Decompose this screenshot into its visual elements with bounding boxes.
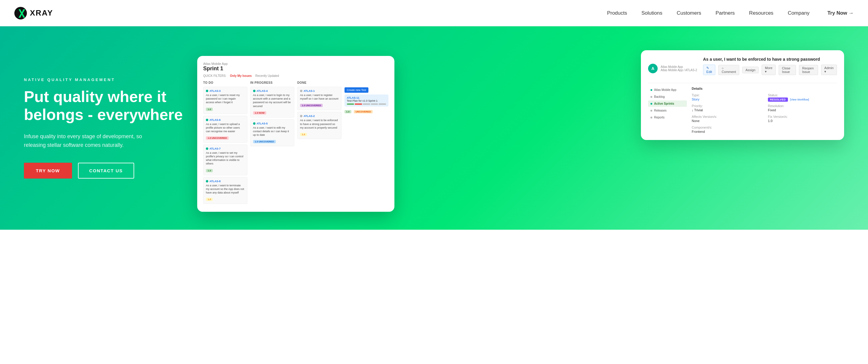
card-dot (300, 115, 302, 117)
extra-badge-2: UNCOVERED (354, 110, 373, 113)
sidebar-item-backlog[interactable]: Backlog (648, 94, 687, 100)
card-text: As a user, I want to register myself so … (300, 93, 339, 101)
hero-buttons: TRY NOW CONTACT US (24, 163, 185, 178)
card-badge: 1.0 (300, 133, 307, 136)
card-badge: 1.0 (206, 198, 213, 201)
nav-item-customers[interactable]: Customers (677, 10, 701, 16)
nav-link-products[interactable]: Products (607, 10, 627, 16)
nav-item-partners[interactable]: Partners (716, 10, 735, 16)
sidebar-item-reports[interactable]: Reports (648, 114, 687, 120)
breadcrumb-path: Atlas Mobile App / ATLAS-2 (661, 68, 697, 72)
filter-my-issues[interactable]: Only My Issues (230, 74, 252, 78)
card-badge: 1.0 (206, 108, 213, 111)
card-text: As a user, I want to upload a profile pi… (206, 122, 245, 133)
nav-links: Products Solutions Customers Partners Re… (607, 10, 810, 16)
hero-eyebrow: NATIVE QUALITY MANAGEMENT (24, 78, 185, 82)
more-button[interactable]: More ▾ (762, 65, 776, 75)
sidebar-item-active-sprints[interactable]: Active Sprints (648, 101, 687, 107)
status-detail: Status: RESOLVED [View Workflow] (768, 93, 837, 101)
nav-item-company[interactable]: Company (787, 10, 809, 16)
nav-link-solutions[interactable]: Solutions (642, 10, 662, 16)
test-column-header (344, 81, 389, 84)
kanban-test-column: Create new Test ATLAS-11 Test Plan for v… (344, 81, 389, 206)
comment-button[interactable]: ○ Comment (718, 65, 739, 75)
kanban-filters: QUICK FILTERS: Only My Issues Recently U… (203, 74, 389, 78)
try-now-button[interactable]: TRY NOW (24, 163, 72, 178)
card-atlas-7: ATLAS-7 As a user, I want to set my prof… (203, 144, 247, 175)
kanban-app-label: Atlas Mobile App (203, 62, 389, 65)
reopen-issue-button[interactable]: Reopen Issue (799, 65, 818, 75)
card-id: ATLAS-1 (304, 89, 315, 92)
kanban-sprint-title: Sprint 1 (203, 65, 389, 72)
card-badge: 1.0 (206, 169, 213, 172)
card-badge: 1.0 UNCOVERED (300, 104, 323, 107)
logo[interactable]: XRAY (14, 7, 53, 20)
sidebar-dot (650, 89, 652, 91)
issue-detail-card: A Atlas Mobile App Atlas Mobile App / AT… (641, 50, 844, 140)
navbar: XRAY Products Solutions Customers Partne… (0, 0, 868, 26)
nav-link-resources[interactable]: Resources (749, 10, 773, 16)
kanban-done-column: Done ATLAS-1 As a user, I want to regist… (297, 81, 342, 206)
card-badge: 1.0 UNCOVERED (253, 140, 276, 143)
issue-details: Details Type: Story Status: RESOLVED [Vi… (692, 87, 837, 133)
issue-body: Atlas Mobile App Backlog Active Sprints … (648, 87, 837, 133)
details-grid: Type: Story Status: RESOLVED [View Workf… (692, 93, 837, 133)
card-dot (300, 90, 302, 92)
card-badge: 1.0 NOW (253, 111, 267, 115)
card-id: ATLAS-4 (257, 89, 268, 92)
card-id: ATLAS-7 (210, 147, 220, 150)
edit-button[interactable]: ✎ Edit (703, 65, 715, 75)
admin-button[interactable]: Admin ▾ (821, 65, 837, 75)
hero-images: A Atlas Mobile App Atlas Mobile App / AT… (197, 44, 844, 212)
card-dot (206, 90, 208, 92)
test-plan-id: ATLAS-11 (347, 96, 386, 99)
card-id: ATLAS-6 (210, 118, 220, 121)
close-issue-button[interactable]: Close Issue (779, 65, 796, 75)
card-text: As a user, I want to edit my contact det… (253, 126, 292, 137)
card-text: As a user, I want to set my profile's pr… (206, 151, 245, 166)
test-plan-card: ATLAS-11 Test Plan for v1.0 Sprint 1 (344, 94, 389, 107)
sidebar-item-app[interactable]: Atlas Mobile App (648, 87, 687, 93)
inprogress-column-header: In Progress (250, 81, 294, 84)
atlas-app-icon: A (648, 64, 658, 73)
card-id: ATLAS-3 (210, 89, 220, 92)
card-text: As a user, I want to terminate my accoun… (206, 184, 245, 194)
assign-button[interactable]: Assign (742, 67, 758, 73)
hero-section: NATIVE QUALITY MANAGEMENT Put quality wh… (0, 26, 868, 230)
hero-headline: Put quality where it belongs - everywher… (24, 88, 185, 124)
sidebar-item-releases[interactable]: Releases (648, 107, 687, 114)
issue-sidebar: Atlas Mobile App Backlog Active Sprints … (648, 87, 687, 133)
view-workflow-link[interactable]: [View Workflow] (790, 98, 809, 101)
priority-detail: Priority: ↓ Trivial (692, 104, 761, 112)
card-dot (206, 119, 208, 121)
progress-seg-3 (363, 104, 370, 105)
nav-link-partners[interactable]: Partners (716, 10, 735, 16)
card-text: As a user, I want to be enforced to have… (300, 118, 339, 129)
nav-try-now-link[interactable]: Try Now → (827, 10, 854, 16)
card-atlas-4: ATLAS-4 As a user, I want to login to my… (250, 87, 294, 117)
card-atlas-8: ATLAS-8 As a user, I want to terminate m… (203, 177, 247, 204)
card-text: As a user, I want to reset my password s… (206, 93, 245, 104)
nav-try-now-label: Try Now → (827, 10, 854, 16)
resolved-badge: RESOLVED (768, 97, 788, 102)
todo-column-header: To Do (203, 81, 247, 84)
card-id: ATLAS-5 (257, 122, 268, 125)
filter-recently-updated[interactable]: Recently Updated (255, 74, 279, 78)
card-id: ATLAS-8 (210, 180, 220, 183)
nav-item-solutions[interactable]: Solutions (642, 10, 662, 16)
nav-item-products[interactable]: Products (607, 10, 627, 16)
issue-breadcrumb: Atlas Mobile App Atlas Mobile App / ATLA… (661, 65, 697, 72)
logo-text: XRAY (30, 8, 53, 18)
nav-item-resources[interactable]: Resources (749, 10, 773, 16)
progress-seg-5 (379, 104, 386, 105)
create-test-button[interactable]: Create new Test (344, 87, 369, 93)
contact-us-button[interactable]: CONTACT US (78, 163, 134, 178)
affects-detail: Affects Version/s: None (692, 115, 761, 123)
kanban-columns: To Do ATLAS-3 As a user, I want to reset… (203, 81, 389, 206)
resolution-detail: Resolution: Fixed (768, 104, 837, 112)
progress-seg-4 (371, 104, 378, 105)
card-id: ATLAS-2 (304, 115, 315, 117)
card-atlas-6: ATLAS-6 As a user, I want to upload a pr… (203, 116, 247, 143)
nav-link-customers[interactable]: Customers (677, 10, 701, 16)
nav-link-company[interactable]: Company (787, 10, 809, 16)
